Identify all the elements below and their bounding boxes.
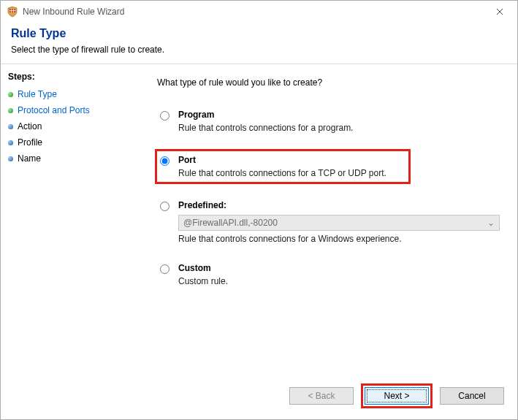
option-title: Predefined: bbox=[178, 200, 500, 210]
back-button: < Back bbox=[289, 387, 354, 405]
firewall-icon bbox=[7, 6, 18, 18]
option-desc: Custom rule. bbox=[178, 276, 500, 286]
step-label: Protocol and Ports bbox=[18, 105, 90, 115]
close-button[interactable] bbox=[485, 1, 514, 22]
option-body: Port Rule that controls connections for … bbox=[178, 155, 405, 178]
step-action[interactable]: Action bbox=[8, 118, 116, 134]
bullet-icon bbox=[8, 108, 13, 113]
options-group: Program Rule that controls connections f… bbox=[157, 107, 503, 289]
step-label: Profile bbox=[18, 137, 42, 148]
bullet-icon bbox=[8, 140, 13, 145]
steps-sidebar: Steps: Rule Type Protocol and Ports Acti… bbox=[1, 64, 123, 383]
page-subtitle: Select the type of firewall rule to crea… bbox=[11, 45, 507, 55]
window-title: New Inbound Rule Wizard bbox=[23, 7, 124, 17]
option-desc: Rule that controls connections for a pro… bbox=[178, 123, 500, 133]
option-body: Custom Custom rule. bbox=[178, 263, 500, 286]
next-button-highlight: Next > bbox=[361, 383, 433, 408]
option-predefined[interactable]: Predefined: @FirewallAPI.dll,-80200 ⌄ Ru… bbox=[157, 197, 503, 247]
predefined-select-value: @FirewallAPI.dll,-80200 bbox=[183, 218, 278, 228]
step-label: Name bbox=[18, 153, 41, 164]
option-body: Program Rule that controls connections f… bbox=[178, 110, 500, 133]
radio-custom[interactable] bbox=[160, 264, 170, 274]
next-button[interactable]: Next > bbox=[365, 387, 429, 405]
cancel-button[interactable]: Cancel bbox=[440, 387, 504, 405]
question-text: What type of rule would you like to crea… bbox=[157, 77, 503, 88]
main-panel: What type of rule would you like to crea… bbox=[123, 64, 517, 383]
option-program[interactable]: Program Rule that controls connections f… bbox=[157, 107, 503, 136]
option-title: Custom bbox=[178, 263, 500, 273]
chevron-down-icon: ⌄ bbox=[487, 218, 495, 228]
step-label: Action bbox=[18, 121, 42, 131]
step-label: Rule Type bbox=[18, 89, 57, 99]
step-name[interactable]: Name bbox=[8, 150, 116, 167]
footer: < Back Next > Cancel bbox=[1, 383, 517, 419]
radio-port[interactable] bbox=[160, 156, 170, 166]
option-custom[interactable]: Custom Custom rule. bbox=[157, 260, 503, 289]
titlebar: New Inbound Rule Wizard bbox=[1, 1, 517, 23]
option-port[interactable]: Port Rule that controls connections for … bbox=[155, 149, 411, 184]
option-body: Predefined: @FirewallAPI.dll,-80200 ⌄ Ru… bbox=[178, 200, 500, 244]
predefined-select[interactable]: @FirewallAPI.dll,-80200 ⌄ bbox=[178, 215, 500, 231]
bullet-icon bbox=[8, 124, 13, 129]
radio-predefined[interactable] bbox=[160, 202, 170, 211]
radio-program[interactable] bbox=[160, 111, 170, 121]
bullet-icon bbox=[8, 156, 13, 161]
option-desc: Rule that controls connections for a Win… bbox=[178, 234, 500, 244]
option-title: Port bbox=[178, 155, 405, 165]
steps-title: Steps: bbox=[8, 72, 116, 82]
step-protocol-ports[interactable]: Protocol and Ports bbox=[8, 102, 116, 118]
step-rule-type[interactable]: Rule Type bbox=[8, 86, 116, 102]
option-desc: Rule that controls connections for a TCP… bbox=[178, 168, 405, 178]
wizard-window: New Inbound Rule Wizard Rule Type Select… bbox=[0, 0, 518, 420]
step-profile[interactable]: Profile bbox=[8, 134, 116, 150]
page-title: Rule Type bbox=[11, 27, 507, 40]
bullet-icon bbox=[8, 92, 13, 97]
header: Rule Type Select the type of firewall ru… bbox=[1, 23, 517, 64]
option-title: Program bbox=[178, 110, 500, 120]
body: Steps: Rule Type Protocol and Ports Acti… bbox=[1, 64, 517, 383]
